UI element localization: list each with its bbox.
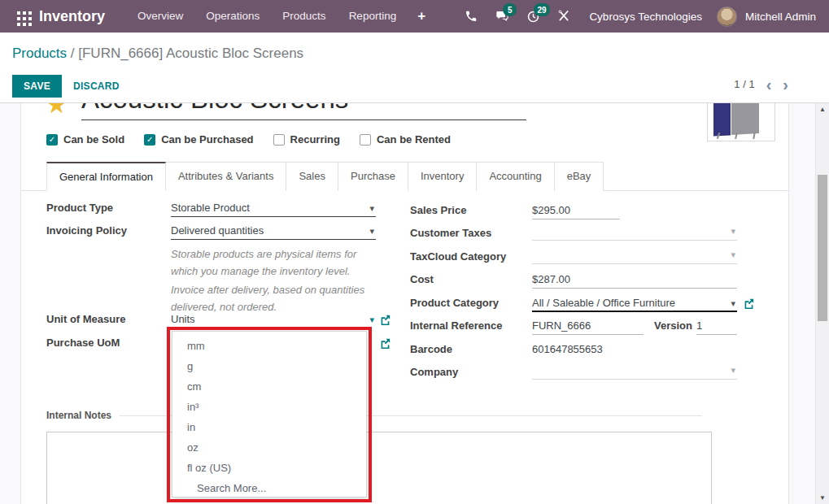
product-title-underline — [81, 119, 526, 120]
caret-down-icon: ▾ — [731, 365, 735, 376]
user-menu[interactable]: Mitchell Admin — [745, 11, 816, 23]
internal-reference-input[interactable]: FURN_6666 — [532, 319, 644, 335]
company-field[interactable]: ▾ — [532, 363, 737, 380]
checkbox-recurring[interactable]: Recurring — [273, 133, 340, 146]
nav-item-operations[interactable]: Operations — [194, 0, 271, 33]
product-flags-row: ✓ Can be Sold ✓ Can be Purchased Recurri… — [46, 133, 451, 146]
caret-down-icon: ▾ — [731, 298, 735, 309]
internal-notes-textarea[interactable] — [46, 432, 712, 504]
customer-taxes-label: Customer Taxes — [410, 227, 491, 239]
discard-button[interactable]: DISCARD — [62, 75, 131, 98]
breadcrumb: Products / [FURN_6666] Acoustic Bloc Scr… — [12, 46, 303, 62]
taxcloud-category-label: TaxCloud Category — [410, 250, 506, 263]
uom-field[interactable]: Units ▾ — [171, 313, 376, 325]
uom-option-in3[interactable]: in³ — [172, 397, 366, 417]
uom-option-floz-us[interactable]: fl oz (US) — [172, 458, 366, 478]
action-buttons: SAVE DISCARD — [12, 75, 131, 98]
checkbox-can-be-rented[interactable]: Can be Rented — [360, 133, 451, 146]
invoicing-policy-label: Invoicing Policy — [46, 224, 127, 237]
pager-next-icon[interactable]: › — [783, 79, 788, 90]
checkbox-label: Can be Purchased — [161, 133, 253, 146]
tab-sales[interactable]: Sales — [286, 162, 338, 191]
product-image[interactable] — [707, 103, 775, 141]
product-title-input[interactable]: Acoustic Bloc Screens — [81, 103, 348, 115]
product-image-gray-panel — [731, 103, 759, 135]
caret-down-icon: ▾ — [369, 226, 374, 237]
sales-price-input[interactable]: $295.00 — [532, 204, 620, 219]
vertical-scrollbar[interactable]: ▲ ▼ — [815, 103, 829, 504]
product-category-field[interactable]: All / Saleable / Office Furniture ▾ — [532, 297, 737, 312]
uom-option-mm[interactable]: mm — [172, 336, 366, 356]
nav-item-reporting[interactable]: Reporting — [338, 0, 408, 33]
caret-down-icon: ▾ — [369, 203, 374, 214]
barcode-input[interactable]: 601647855653 — [532, 343, 737, 355]
pager-previous-icon[interactable]: ‹ — [766, 79, 772, 90]
tab-inventory[interactable]: Inventory — [408, 162, 477, 191]
uom-option-in[interactable]: in — [172, 417, 366, 437]
purchase-uom-external-link-icon[interactable] — [380, 337, 391, 349]
invoicing-policy-select[interactable]: Delivered quantities ▾ — [171, 224, 376, 240]
nav-item-products[interactable]: Products — [271, 0, 337, 33]
version-input[interactable]: 1 — [696, 319, 737, 335]
sales-price-label: Sales Price — [410, 204, 466, 216]
control-panel: Products / [FURN_6666] Acoustic Bloc Scr… — [0, 33, 829, 103]
checkbox-label: Can be Rented — [377, 133, 451, 146]
tab-attributes-variants[interactable]: Attributes & Variants — [166, 162, 287, 191]
scrollbar-thumb[interactable] — [818, 175, 827, 321]
uom-external-link-icon[interactable] — [380, 314, 391, 325]
breadcrumb-current: [FURN_6666] Acoustic Bloc Screens — [78, 46, 303, 61]
tab-general-information[interactable]: General Information — [46, 162, 166, 191]
checkbox-can-be-sold[interactable]: ✓ Can be Sold — [46, 133, 124, 146]
scrollbar-up-arrow-icon[interactable]: ▲ — [816, 106, 829, 113]
checkbox-can-be-purchased[interactable]: ✓ Can be Purchased — [144, 133, 253, 146]
tab-purchase[interactable]: Purchase — [338, 162, 408, 191]
uom-option-g[interactable]: g — [172, 356, 366, 376]
cost-input[interactable]: $287.00 — [532, 273, 737, 289]
checkbox-label: Can be Sold — [63, 133, 124, 146]
top-navbar: Inventory Overview Operations Products R… — [0, 0, 829, 33]
internal-notes-header: Internal Notes — [46, 410, 702, 421]
uom-option-cm[interactable]: cm — [172, 376, 366, 397]
activities-clock-icon[interactable]: 29 — [519, 0, 547, 33]
user-avatar[interactable] — [717, 7, 737, 27]
tab-accounting[interactable]: Accounting — [477, 162, 554, 191]
save-button[interactable]: SAVE — [12, 75, 62, 98]
phone-icon[interactable] — [457, 0, 485, 33]
tab-ebay[interactable]: eBay — [555, 162, 604, 191]
apps-grid-glyph — [17, 11, 20, 15]
customer-taxes-field[interactable]: ▾ — [532, 224, 737, 241]
topbar-right-group: 5 29 Cybrosys Technologies Mitchell Admi… — [457, 0, 819, 33]
uom-search-more[interactable]: Search More... — [172, 478, 366, 499]
checkbox-unchecked-icon — [360, 134, 371, 146]
notebook-tabs: General Information Attributes & Variant… — [21, 161, 789, 191]
messages-badge: 5 — [503, 3, 517, 16]
product-type-select[interactable]: Storable Product ▾ — [171, 202, 376, 217]
storable-help-text: Storable products are physical items for… — [171, 246, 381, 280]
invoicing-help-text: Invoice after delivery, based on quantit… — [171, 282, 381, 316]
taxcloud-category-field[interactable]: ▾ — [532, 248, 737, 264]
uom-dropdown-menu: mm g cm in³ in oz fl oz (US) Search More… — [172, 331, 367, 497]
product-image-leg — [735, 133, 738, 139]
form-sheet: ★ Acoustic Bloc Screens ✓ Can be Sold ✓ … — [20, 103, 789, 504]
company-switcher[interactable]: Cybrosys Technologies — [589, 11, 702, 23]
apps-grid-icon[interactable] — [10, 4, 34, 28]
product-type-value: Storable Product — [171, 202, 250, 214]
activities-badge: 29 — [534, 3, 549, 16]
product-type-label: Product Type — [46, 202, 113, 214]
tools-icon[interactable] — [550, 0, 578, 33]
record-pager: 1 / 1 ‹ › — [734, 78, 788, 90]
product-image-leg — [753, 133, 755, 139]
product-image-blue-panel — [713, 103, 731, 137]
favorite-star-icon[interactable]: ★ — [46, 103, 68, 117]
caret-down-icon: ▾ — [731, 226, 735, 237]
nav-item-overview[interactable]: Overview — [126, 0, 194, 33]
uom-option-oz[interactable]: oz — [172, 437, 366, 458]
nav-plus-icon[interactable]: + — [408, 8, 435, 24]
breadcrumb-products-link[interactable]: Products — [12, 46, 67, 61]
scrollbar-down-arrow-icon[interactable]: ▼ — [816, 494, 829, 502]
product-category-external-link-icon[interactable] — [744, 298, 755, 309]
caret-down-icon: ▾ — [731, 250, 735, 260]
messages-icon[interactable]: 5 — [488, 0, 516, 33]
breadcrumb-separator: / — [67, 46, 78, 61]
app-name[interactable]: Inventory — [39, 8, 105, 25]
